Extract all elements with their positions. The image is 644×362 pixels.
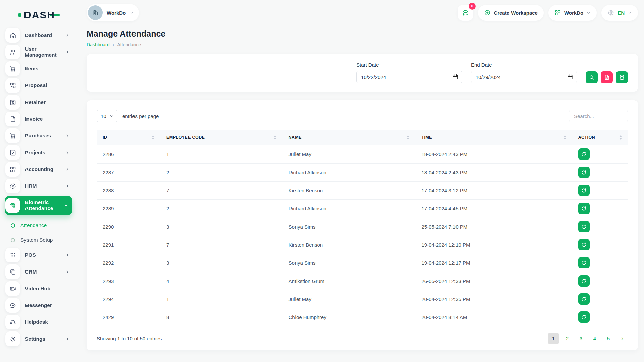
sync-attendance-button[interactable]: [578, 148, 590, 160]
sort-arrows-icon[interactable]: [152, 135, 154, 140]
cell-name: Juliet May: [282, 290, 415, 308]
chevron-down-icon: [628, 11, 632, 15]
cell-time: 25-05-2024 7:10 PM: [415, 218, 572, 236]
pagination-next[interactable]: ›: [616, 333, 628, 344]
sidebar-item-projects[interactable]: Projects: [5, 145, 72, 160]
sidebar-item-user-management[interactable]: User Management: [5, 45, 72, 59]
column-header-id[interactable]: ID: [97, 130, 160, 145]
cell-action: [572, 163, 628, 181]
sort-arrows-icon[interactable]: [619, 135, 622, 140]
cell-employee-code: 3: [160, 254, 282, 272]
pagination-page-5[interactable]: 5: [603, 333, 614, 344]
sync-attendance-button[interactable]: [578, 185, 590, 196]
chevron-right-icon: [65, 50, 70, 54]
cell-time: 20-04-2024 12:35 PM: [415, 290, 572, 308]
sidebar-item-proposal[interactable]: Proposal: [5, 78, 72, 93]
brand-logo[interactable]: DASH: [5, 5, 72, 25]
sidebar-item-crm[interactable]: CRM: [5, 265, 72, 279]
cell-employee-code: 2: [160, 163, 282, 181]
sync-attendance-button[interactable]: [578, 257, 590, 268]
file-x-icon: [604, 74, 610, 80]
sidebar-item-items[interactable]: Items: [5, 62, 72, 76]
workspace-switcher[interactable]: WorkDo: [548, 5, 597, 21]
sidebar-item-helpdesk[interactable]: Helpdesk: [5, 315, 72, 329]
sidebar-menu: DashboardUser ManagementItemsProposalRet…: [5, 25, 72, 346]
messages-badge: 0: [469, 3, 476, 10]
sidebar-subitem-system-setup[interactable]: System Setup: [5, 233, 72, 247]
pagination-page-4[interactable]: 4: [589, 333, 600, 344]
sidebar-subitem-attendance[interactable]: Attendance: [5, 219, 72, 232]
sidebar-item-purchases[interactable]: Purchases: [5, 129, 72, 143]
pagination: 12345›: [548, 333, 628, 344]
sync-attendance-button[interactable]: [578, 203, 590, 214]
column-header-action[interactable]: ACTION: [572, 130, 628, 145]
sync-attendance-button[interactable]: [578, 221, 590, 232]
sidebar-item-video-hub[interactable]: Video Hub: [5, 282, 72, 296]
circle-icon: [11, 238, 15, 242]
pagination-page-3[interactable]: 3: [575, 333, 587, 344]
database-icon: [619, 74, 625, 80]
cell-action: [572, 308, 628, 326]
table-row: 22923Sonya Sims19-04-2024 12:17 PM: [97, 254, 628, 272]
start-date-input[interactable]: [356, 71, 462, 83]
cell-employee-code: 2: [160, 199, 282, 218]
breadcrumb-dashboard-link[interactable]: Dashboard: [87, 42, 110, 47]
sidebar-item-retainer[interactable]: Retainer: [5, 95, 72, 109]
column-header-label: ID: [103, 135, 107, 140]
sidebar-item-biometric-attendance[interactable]: Biometric Attendance: [5, 196, 72, 215]
cell-action: [572, 290, 628, 308]
cell-time: 18-04-2024 2:43 PM: [415, 163, 572, 181]
breadcrumb-separator: ›: [113, 42, 114, 47]
cell-name: Sonya Sims: [282, 254, 415, 272]
sidebar-item-label: Projects: [25, 149, 60, 156]
reset-button[interactable]: [601, 71, 613, 83]
create-workspace-button[interactable]: Create Workspace: [478, 5, 544, 21]
sync-attendance-button[interactable]: [578, 275, 590, 287]
chevron-right-icon: [65, 133, 70, 138]
sync-attendance-button[interactable]: [578, 311, 590, 323]
proposal-icon: [9, 82, 16, 89]
table-head: IDEMPLOYEE CODENAMETIMEACTION: [97, 130, 628, 145]
cart-icon: [9, 65, 16, 72]
entries-per-page-label: entries per page: [122, 113, 159, 119]
sidebar-item-accounting[interactable]: Accounting: [5, 162, 72, 176]
table-row: 22934Antikstion Grum26-05-2024 12:33 PM: [97, 272, 628, 290]
workspace-avatar: [88, 5, 103, 20]
language-selector[interactable]: EN: [601, 5, 638, 21]
sort-arrows-icon[interactable]: [564, 135, 566, 140]
cell-employee-code: 8: [160, 308, 282, 326]
chevron-right-icon: [65, 269, 70, 274]
cell-id: 2293: [97, 272, 160, 290]
column-header-employee-code[interactable]: EMPLOYEE CODE: [160, 130, 282, 145]
workspace-pill[interactable]: WorkDo: [87, 4, 139, 21]
table-row: 22887Kirsten Benson17-04-2024 3:12 PM: [97, 181, 628, 199]
cell-name: Chloe Humphrey: [282, 308, 415, 326]
sort-arrows-icon[interactable]: [407, 135, 409, 140]
end-date-input[interactable]: [471, 71, 577, 83]
sidebar-item-settings[interactable]: Settings: [5, 332, 72, 346]
plus-circle-icon: [484, 9, 491, 16]
column-header-name[interactable]: NAME: [282, 130, 415, 145]
pagination-page-1[interactable]: 1: [548, 333, 559, 344]
sidebar-item-hrm[interactable]: HRM: [5, 179, 72, 193]
column-header-time[interactable]: TIME: [415, 130, 572, 145]
entries-select[interactable]: 10: [97, 110, 117, 122]
sync-attendance-button[interactable]: [578, 167, 590, 178]
export-button[interactable]: [616, 71, 628, 83]
building-icon: [92, 9, 99, 16]
end-date-label: End Date: [471, 62, 577, 68]
cell-id: 2294: [97, 290, 160, 308]
sort-arrows-icon[interactable]: [274, 135, 276, 140]
sidebar-item-pos[interactable]: POS: [5, 248, 72, 262]
sidebar-item-messenger[interactable]: Messenger: [5, 298, 72, 312]
sidebar-item-dashboard[interactable]: Dashboard: [5, 28, 72, 42]
messages-button[interactable]: 0: [458, 5, 473, 21]
pagination-page-2[interactable]: 2: [561, 333, 573, 344]
refresh-icon: [581, 224, 587, 230]
sidebar-item-invoice[interactable]: Invoice: [5, 112, 72, 126]
sync-attendance-button[interactable]: [578, 239, 590, 250]
filter-actions: [586, 71, 628, 83]
sync-attendance-button[interactable]: [578, 293, 590, 305]
search-button[interactable]: [586, 71, 598, 83]
table-search-input[interactable]: [569, 110, 628, 122]
